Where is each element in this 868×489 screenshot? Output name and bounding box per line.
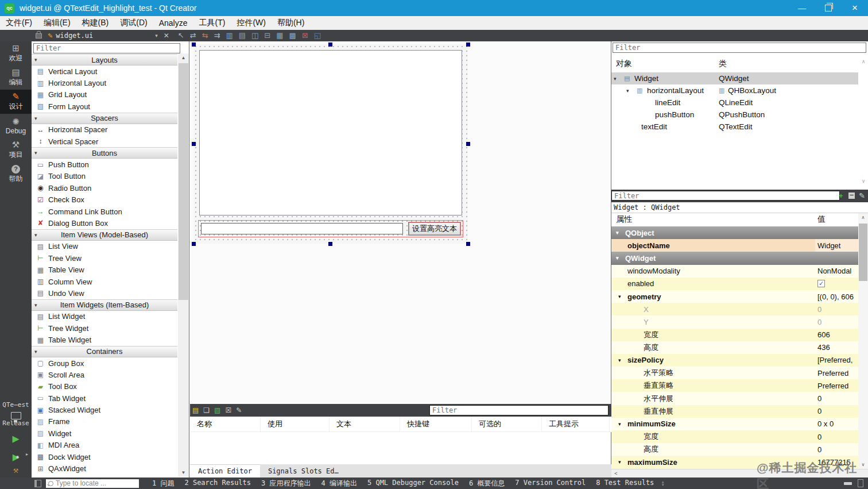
- widget-item-tool-button[interactable]: ◪Tool Button: [32, 171, 177, 182]
- property-scrollbar[interactable]: ∧ ∨: [858, 213, 868, 469]
- property-row-enabled[interactable]: enabled✓: [611, 278, 858, 290]
- edit-tab-order-icon[interactable]: ⇉: [214, 30, 220, 41]
- action-column-5[interactable]: 工具提示: [542, 417, 610, 432]
- widget-item-check-box[interactable]: ☑Check Box: [32, 194, 177, 206]
- widget-item-vertical-layout[interactable]: ▤Vertical Layout: [32, 66, 177, 77]
- edit-action-icon[interactable]: ❏: [203, 406, 210, 414]
- remove-dynamic-property-icon[interactable]: −: [848, 192, 855, 199]
- property-value[interactable]: [(0, 0), 606: [815, 290, 858, 303]
- widget-item-tree-view[interactable]: ⊢Tree View: [32, 252, 177, 264]
- output-pane-2[interactable]: 2 Search Results: [179, 479, 256, 488]
- copy-action-icon[interactable]: ▧: [214, 406, 220, 414]
- chevron-down-icon[interactable]: ▾: [614, 72, 617, 84]
- scrollbar-thumb[interactable]: [179, 63, 188, 300]
- adjust-size-icon[interactable]: ◱: [314, 30, 321, 41]
- scroll-up-icon[interactable]: ∧: [858, 213, 868, 222]
- chevron-down-icon[interactable]: ▾: [626, 84, 629, 97]
- property-row-高度[interactable]: 高度0: [611, 443, 858, 456]
- textedit-widget[interactable]: [199, 50, 462, 215]
- open-document-name[interactable]: widget.ui: [56, 32, 93, 40]
- widget-item-widget[interactable]: ▨Widget: [32, 428, 177, 439]
- section-header-2[interactable]: ▾Buttons: [32, 147, 177, 159]
- selection-handle[interactable]: [192, 242, 196, 246]
- configure-action-icon[interactable]: ✎: [236, 406, 242, 414]
- widget-item-stacked-widget[interactable]: ▣Stacked Widget: [32, 404, 177, 415]
- widget-item-undo-view[interactable]: ▤Undo View: [32, 287, 177, 299]
- layout-split-vertical-icon[interactable]: ⊟: [264, 30, 270, 41]
- property-value[interactable]: Preferred: [815, 367, 858, 379]
- scrollbar-thumb[interactable]: [859, 224, 867, 281]
- output-pane-3[interactable]: 3 应用程序输出: [256, 479, 316, 488]
- tab-action-editor[interactable]: Action Editor: [190, 464, 260, 478]
- scroll-down-icon[interactable]: ▼: [178, 468, 189, 477]
- property-value[interactable]: 606: [815, 329, 858, 341]
- selection-handle[interactable]: [192, 142, 196, 146]
- widget-item-horizontal-layout[interactable]: ▥Horizontal Layout: [32, 77, 177, 88]
- section-header-1[interactable]: ▾Spacers: [32, 113, 177, 124]
- lineedit-widget[interactable]: [201, 223, 403, 234]
- action-column-1[interactable]: 使用: [261, 417, 330, 432]
- property-row-高度[interactable]: 高度436: [611, 341, 858, 354]
- scroll-left-icon[interactable]: <: [611, 471, 621, 476]
- property-value[interactable]: NonModal: [815, 265, 858, 278]
- property-value[interactable]: 436: [815, 341, 858, 354]
- property-row-sizePolicy[interactable]: sizePolicy▾[Preferred,: [611, 354, 858, 367]
- property-row-objectName[interactable]: objectNameWidget: [611, 239, 858, 252]
- property-row-X[interactable]: X0: [611, 303, 858, 315]
- output-pane-5[interactable]: 5 QML Debugger Console: [362, 479, 464, 488]
- widget-item-command-link-button[interactable]: →Command Link Button: [32, 206, 177, 217]
- menu-item-4[interactable]: Analyze: [153, 16, 193, 30]
- widget-item-radio-button[interactable]: ◉Radio Button: [32, 182, 177, 194]
- menu-item-2[interactable]: 构建(B): [76, 16, 115, 30]
- run-button[interactable]: ▶: [12, 432, 19, 445]
- inspector-row-horizontalLayout[interactable]: ▾▥horizontalLayout▥QHBoxLayout: [611, 84, 858, 97]
- widget-item-table-widget[interactable]: ▦Table Widget: [32, 334, 177, 345]
- pushbutton-widget[interactable]: 设置高亮文本: [408, 222, 461, 236]
- inspector-row-textEdit[interactable]: textEditQTextEdit: [611, 121, 858, 133]
- layout-form-icon[interactable]: ▩: [289, 30, 296, 41]
- close-button[interactable]: ×: [842, 0, 868, 16]
- kit-monitor-icon[interactable]: [11, 412, 21, 419]
- chevron-down-icon[interactable]: ▾: [618, 357, 621, 363]
- widget-item-grid-layout[interactable]: ▦Grid Layout: [32, 89, 177, 101]
- layout-grid-icon[interactable]: ▦: [276, 30, 283, 41]
- widget-item-scroll-area[interactable]: ▣Scroll Area: [32, 369, 177, 380]
- section-header-0[interactable]: ▾Layouts: [32, 54, 177, 66]
- form-editor-canvas[interactable]: 设置高亮文本: [190, 41, 611, 404]
- chevron-down-icon[interactable]: ▾: [616, 252, 619, 264]
- property-value[interactable]: Widget: [815, 239, 858, 252]
- property-value[interactable]: 0: [815, 430, 858, 443]
- widget-item-list-view[interactable]: ▤List View: [32, 241, 177, 252]
- widget-item-dock-widget[interactable]: ▩Dock Widget: [32, 451, 177, 463]
- output-pane-6[interactable]: 6 概要信息: [464, 479, 510, 488]
- menu-item-5[interactable]: 工具(T): [193, 16, 231, 30]
- output-pane-4[interactable]: 4 编译输出: [316, 479, 362, 488]
- layout-split-horizontal-icon[interactable]: ◫: [251, 30, 258, 41]
- property-value[interactable]: Preferred: [815, 379, 858, 392]
- restore-button[interactable]: [815, 0, 842, 16]
- property-row-垂直策略[interactable]: 垂直策略Preferred: [611, 379, 858, 392]
- property-row-Y[interactable]: Y0: [611, 315, 858, 328]
- inspector-row-pushButton[interactable]: pushButtonQPushButton: [611, 109, 858, 121]
- scroll-down-icon[interactable]: ∨: [859, 178, 867, 184]
- menu-item-0[interactable]: 文件(F): [0, 16, 38, 30]
- widget-item-form-layout[interactable]: ▧Form Layout: [32, 101, 177, 112]
- output-pane-8[interactable]: 8 Test Results: [591, 479, 659, 488]
- widget-item-push-button[interactable]: ▭Push Button: [32, 159, 177, 170]
- property-row-水平伸展[interactable]: 水平伸展0: [611, 392, 858, 405]
- inspector-row-lineEdit[interactable]: lineEditQLineEdit: [611, 97, 858, 109]
- menu-item-7[interactable]: 帮助(H): [272, 16, 310, 30]
- action-editor-filter-input[interactable]: [429, 405, 609, 415]
- selection-handle[interactable]: [466, 142, 470, 146]
- mode-编辑[interactable]: ▤编辑: [0, 66, 32, 90]
- widget-item-tab-widget[interactable]: ▭Tab Widget: [32, 392, 177, 404]
- property-row-minimumSize[interactable]: minimumSize▾0 x 0: [611, 418, 858, 430]
- output-pane-1[interactable]: 1 问题: [147, 479, 179, 488]
- property-value[interactable]: 0 x 0: [815, 418, 858, 430]
- property-value[interactable]: 0: [815, 443, 858, 456]
- widget-item-frame[interactable]: ▨Frame: [32, 416, 177, 428]
- widget-item-table-view[interactable]: ▦Table View: [32, 264, 177, 275]
- section-header-4[interactable]: ▾Item Widgets (Item-Based): [32, 299, 177, 311]
- object-inspector-filter-input[interactable]: [613, 43, 866, 53]
- break-layout-icon[interactable]: ⊠: [302, 30, 308, 41]
